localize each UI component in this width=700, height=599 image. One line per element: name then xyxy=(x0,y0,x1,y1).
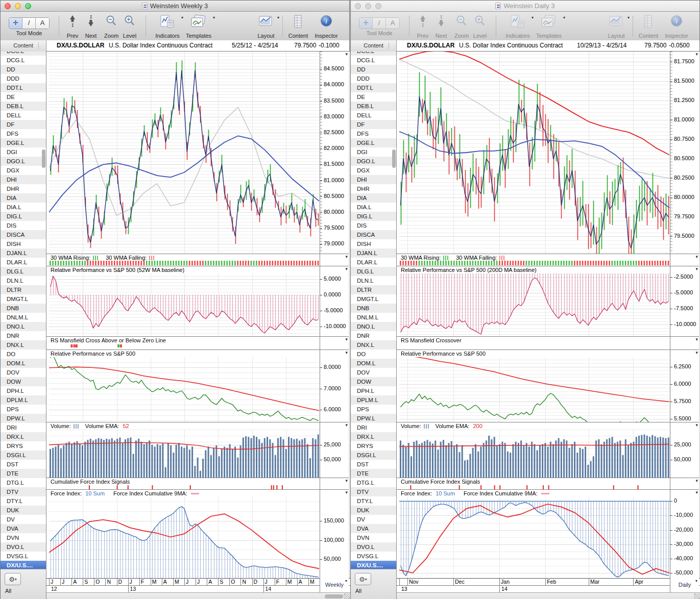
sidebar-item-dnxl[interactable]: DNX.L xyxy=(351,340,396,350)
inspector-button[interactable]: iInspector xyxy=(662,14,691,39)
sidebar-item-dv[interactable]: DV xyxy=(1,515,46,524)
sidebar-item-dcgl[interactable]: DCG.L xyxy=(1,56,46,65)
sidebar-item-dis[interactable]: DIS xyxy=(351,221,396,230)
sidebar-item-dri[interactable]: DRI xyxy=(1,423,46,432)
sidebar-item-dvsgl[interactable]: DVSG.L xyxy=(1,552,46,561)
sidebar-item-dps[interactable]: DPS xyxy=(1,405,46,414)
sidebar-item-dxus[interactable]: DX/U.S.... xyxy=(351,561,396,569)
sidebar-item-dell[interactable]: DELL xyxy=(351,111,396,120)
sidebar-item-debl[interactable]: DEB.L xyxy=(1,102,46,111)
main-chart-canvas[interactable] xyxy=(49,52,320,254)
pane-disclosure[interactable]: ▾ xyxy=(345,350,348,355)
horizontal-scrollbar[interactable] xyxy=(46,592,350,599)
sidebar-item-dltr[interactable]: DLTR xyxy=(351,285,396,294)
pane-disclosure[interactable]: ▾ xyxy=(345,254,348,259)
templates-button[interactable]: ▾Templates xyxy=(534,14,564,39)
relative-performance-histogram-canvas[interactable] xyxy=(399,273,670,337)
sidebar-item-dvn[interactable]: DVN xyxy=(1,533,46,542)
sidebar-item-dccl[interactable]: DCC.L xyxy=(1,52,46,56)
sidebar-item-dell[interactable]: DELL xyxy=(1,111,46,120)
sidebar-item-disca[interactable]: DISCA xyxy=(351,230,396,239)
pane-disclosure[interactable]: ▾ xyxy=(345,52,348,57)
pane-disclosure[interactable]: ▾ xyxy=(345,422,348,428)
pane-disclosure[interactable]: ▾ xyxy=(695,478,698,483)
sidebar-item-dhi[interactable]: DHI xyxy=(1,175,46,184)
sidebar-scrollbar[interactable] xyxy=(42,149,45,168)
zoom-out-button[interactable]: Zoom xyxy=(453,14,470,39)
sidebar-item-dps[interactable]: DPS xyxy=(351,405,396,414)
force-signals-canvas[interactable] xyxy=(49,485,320,489)
sidebar-item-dfs[interactable]: DFS xyxy=(1,129,46,138)
sidebar-item-dhr[interactable]: DHR xyxy=(1,184,46,193)
resize-grip[interactable] xyxy=(344,593,350,599)
pane-disclosure[interactable]: ▾ xyxy=(345,490,348,495)
sidebar-item-dish[interactable]: DISH xyxy=(351,239,396,248)
zoom-out-button[interactable]: Zoom xyxy=(103,14,120,39)
pane-disclosure[interactable]: ▾ xyxy=(345,478,348,483)
pane-disclosure[interactable]: ▾ xyxy=(695,254,698,259)
sidebar-item-duk[interactable]: DUK xyxy=(351,506,396,515)
tool-mode-segmented-control[interactable]: ✛/A xyxy=(359,17,400,29)
sidebar-item-dnr[interactable]: DNR xyxy=(1,331,46,340)
pane-disclosure[interactable]: ▾ xyxy=(695,52,698,57)
sidebar-item-dvol[interactable]: DVO.L xyxy=(1,542,46,552)
pane-disclosure[interactable]: ▾ xyxy=(695,422,698,428)
relative-performance-histogram-canvas[interactable] xyxy=(49,273,320,337)
sidebar-item-dlarl[interactable]: DLAR.L xyxy=(1,258,46,267)
pane-disclosure[interactable]: ▾ xyxy=(695,266,698,271)
pane-disclosure[interactable]: ▾ xyxy=(345,266,348,271)
sidebar-scrollbar[interactable] xyxy=(392,149,396,168)
volume-canvas[interactable] xyxy=(49,430,320,478)
sidebar-item-dtgl[interactable]: DTG.L xyxy=(1,478,46,487)
indicators-button[interactable]: ▾Indicators xyxy=(153,14,182,39)
force-signals-canvas[interactable] xyxy=(399,485,670,489)
sidebar-item-dish[interactable]: DISH xyxy=(1,239,46,248)
sidebar-item-debl[interactable]: DEB.L xyxy=(351,102,396,111)
sidebar-item-dtyl[interactable]: DTY.L xyxy=(351,496,396,506)
sidebar-item-dltr[interactable]: DLTR xyxy=(1,285,46,294)
pane-disclosure[interactable]: ▾ xyxy=(695,337,698,342)
sidebar-item-dfs[interactable]: DFS xyxy=(351,129,396,138)
zoom-in-button[interactable]: Level xyxy=(121,14,138,39)
sidebar-item-dsgil[interactable]: DSGI.L xyxy=(1,451,46,460)
prev-button[interactable]: Prev xyxy=(414,14,431,39)
sidebar-item-dgi[interactable]: DGI xyxy=(1,147,46,157)
sidebar-item-ddtl[interactable]: DDT.L xyxy=(1,83,46,92)
sidebar-item-dhi[interactable]: DHI xyxy=(351,175,396,184)
sidebar-item-dvol[interactable]: DVO.L xyxy=(351,542,396,552)
sidebar-item-dxus[interactable]: DX/U.S.... xyxy=(1,561,46,569)
sidebar-item-dlgl[interactable]: DLG.L xyxy=(351,267,396,276)
pane-disclosure[interactable]: ▾ xyxy=(695,350,698,355)
sidebar-item-dhr[interactable]: DHR xyxy=(351,184,396,193)
sidebar-item-djanl[interactable]: DJAN.L xyxy=(1,248,46,258)
sidebar-item-doml[interactable]: DOM.L xyxy=(1,359,46,368)
sidebar-item-dte[interactable]: DTE xyxy=(1,469,46,478)
sidebar-item-dtv[interactable]: DTV xyxy=(351,487,396,496)
sidebar-item-dnb[interactable]: DNB xyxy=(1,304,46,313)
sidebar-item-dnlml[interactable]: DNLM.L xyxy=(351,313,396,322)
titlebar[interactable]: Weinstein Daily 3 xyxy=(351,1,699,12)
zoom-in-button[interactable]: Level xyxy=(471,14,489,39)
sidebar-item-dphl[interactable]: DPH.L xyxy=(351,386,396,395)
sidebar-item-dte[interactable]: DTE xyxy=(351,469,396,478)
resize-grip[interactable] xyxy=(694,593,700,599)
sidebar-item-dnol[interactable]: DNO.L xyxy=(1,322,46,331)
sidebar-item-do[interactable]: DO xyxy=(1,350,46,359)
periodicity-selector[interactable]: Daily▾ xyxy=(670,578,699,592)
layout-button[interactable]: ▾Layout xyxy=(604,14,629,39)
sidebar-item-drxl[interactable]: DRX.L xyxy=(1,432,46,441)
tool-crosshair-button[interactable]: ✛ xyxy=(9,18,22,29)
sidebar-item-digl[interactable]: DIG.L xyxy=(351,212,396,221)
sidebar-item-dnb[interactable]: DNB xyxy=(351,304,396,313)
sidebar-item-dnr[interactable]: DNR xyxy=(351,331,396,340)
sidebar-item-dgol[interactable]: DGO.L xyxy=(351,157,396,166)
sidebar-item-dgel[interactable]: DGE.L xyxy=(1,138,46,147)
tool-line-button[interactable]: / xyxy=(22,18,36,29)
mansfield-signals-canvas[interactable] xyxy=(49,344,320,348)
sidebar-item-dst[interactable]: DST xyxy=(351,460,396,469)
sidebar-item-dia[interactable]: DIA xyxy=(1,193,46,203)
ticker-list[interactable]: DCC.LDCG.LDDDDDDDT.LDEDEB.LDELLDFDFSDGE.… xyxy=(351,52,396,569)
sidebar-item-dnol[interactable]: DNO.L xyxy=(351,322,396,331)
periodicity-selector[interactable]: Weekly▾ xyxy=(320,578,349,592)
sidebar-item-dgel[interactable]: DGE.L xyxy=(351,138,396,147)
